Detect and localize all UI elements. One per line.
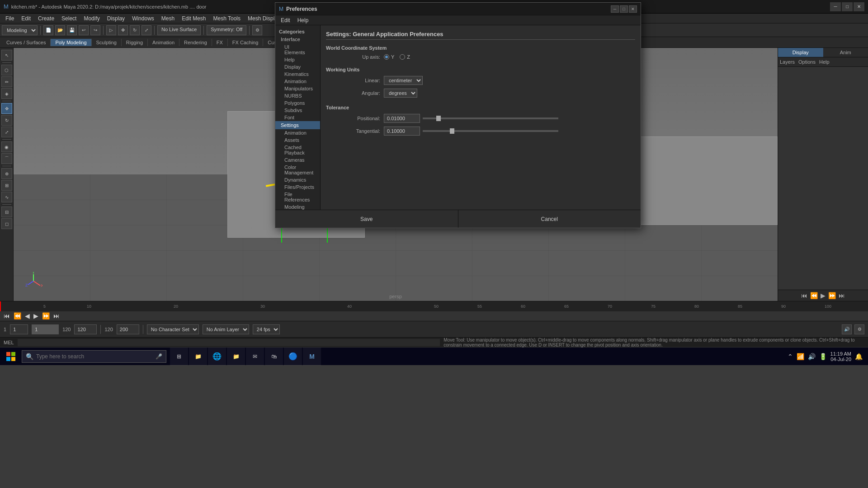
prefs-sub-files-projects[interactable]: Files/Projects: [275, 183, 320, 191]
play-end-button[interactable]: ⏭: [52, 312, 61, 319]
prefs-close[interactable]: ✕: [629, 5, 637, 13]
symmetry-off-button[interactable]: Symmetry: Off: [207, 25, 246, 35]
tray-volume[interactable]: 🔊: [808, 353, 816, 360]
render-settings-icon[interactable]: ⚙: [252, 25, 262, 35]
tab-anim[interactable]: Anim: [823, 48, 868, 57]
move-icon[interactable]: ✥: [118, 25, 128, 35]
prefs-sub-assets[interactable]: Assets: [275, 136, 320, 144]
no-anim-layer-dropdown[interactable]: No Anim Layer: [203, 324, 249, 334]
prefs-menu-edit[interactable]: Edit: [277, 16, 294, 24]
prefs-sub-ui-elements[interactable]: UI Elements: [275, 43, 320, 56]
tool-select[interactable]: ↖: [1, 50, 12, 61]
rp-btn-play[interactable]: ▶: [821, 292, 826, 299]
prefs-sub-kinematics[interactable]: Kinematics: [275, 70, 320, 78]
up-axis-z-radio[interactable]: [400, 54, 405, 60]
new-file-icon[interactable]: 📄: [43, 25, 53, 35]
settings-icon[interactable]: ⚙: [854, 324, 864, 334]
menu-edit[interactable]: Edit: [18, 14, 34, 23]
tool-curve[interactable]: ∿: [1, 192, 12, 202]
search-bar[interactable]: 🔍 🎤: [22, 350, 166, 363]
angular-dropdown[interactable]: degrees radians: [384, 89, 417, 98]
prefs-minimize[interactable]: ─: [611, 5, 619, 13]
playback-end-field[interactable]: [117, 324, 139, 334]
prefs-sub-subdivs[interactable]: Subdivs: [275, 107, 320, 114]
minimize-button[interactable]: ─: [830, 2, 841, 11]
tool-soft-mod[interactable]: ◉: [1, 141, 12, 152]
fps-dropdown[interactable]: 24 fps: [253, 324, 280, 334]
search-input[interactable]: [36, 353, 153, 360]
rp-btn-first[interactable]: ⏮: [801, 292, 807, 299]
menu-windows[interactable]: Windows: [128, 14, 158, 23]
tool-layers[interactable]: ⊟: [1, 206, 12, 217]
prefs-sub-settings-animation[interactable]: Animation: [275, 129, 320, 136]
tangential-input[interactable]: [384, 127, 420, 136]
close-button[interactable]: ✕: [854, 2, 864, 11]
prefs-maximize[interactable]: □: [620, 5, 628, 13]
rp-btn-prev[interactable]: ⏪: [810, 292, 818, 299]
prefs-cat-settings[interactable]: Settings: [275, 121, 320, 129]
prefs-sub-nurbs[interactable]: NURBS: [275, 92, 320, 99]
prefs-cat-interface[interactable]: Interface: [275, 35, 320, 43]
taskbar-mail[interactable]: ✉: [246, 347, 264, 366]
prefs-sub-cached-playback[interactable]: Cached Playback: [275, 144, 320, 156]
taskbar-chrome[interactable]: 🔵: [284, 347, 302, 366]
audio-icon[interactable]: 🔊: [842, 324, 852, 334]
play-forward-button[interactable]: ▶: [32, 312, 40, 319]
current-frame-field[interactable]: [32, 324, 59, 334]
step-forward-button[interactable]: ⏩: [40, 312, 52, 319]
tangential-slider-handle[interactable]: [450, 128, 454, 134]
taskbar-explorer[interactable]: 📁: [189, 347, 207, 366]
menu-mesh[interactable]: Mesh: [158, 14, 178, 23]
positional-slider[interactable]: [423, 117, 558, 119]
menu-select[interactable]: Select: [58, 14, 80, 23]
prefs-cancel-button[interactable]: Cancel: [458, 210, 641, 228]
prefs-sub-modeling[interactable]: Modeling: [275, 203, 320, 210]
tab-curves-surfaces[interactable]: Curves / Surfaces: [2, 39, 51, 46]
start-frame-field[interactable]: [10, 324, 28, 334]
rp-help[interactable]: Help: [819, 59, 830, 65]
prefs-sub-display[interactable]: Display: [275, 63, 320, 70]
tray-up-arrow[interactable]: ⌃: [788, 353, 793, 360]
tab-sculpting[interactable]: Sculpting: [92, 39, 122, 46]
menu-file[interactable]: File: [2, 14, 18, 23]
prefs-sub-polygons[interactable]: Polygons: [275, 99, 320, 107]
up-axis-y-option[interactable]: Y: [384, 54, 394, 60]
tab-rigging[interactable]: Rigging: [122, 39, 148, 46]
tool-rotate[interactable]: ↻: [1, 115, 12, 126]
tool-move[interactable]: ✥: [1, 103, 12, 114]
start-button[interactable]: [2, 347, 20, 366]
tool-snap[interactable]: ⊕: [1, 168, 12, 179]
prefs-sub-cameras[interactable]: Cameras: [275, 156, 320, 164]
tab-fx-caching[interactable]: FX Caching: [228, 39, 263, 46]
menu-modify[interactable]: Modify: [80, 14, 103, 23]
maximize-button[interactable]: □: [842, 2, 853, 11]
rotate-icon[interactable]: ↻: [130, 25, 140, 35]
open-file-icon[interactable]: 📂: [55, 25, 65, 35]
mel-input[interactable]: [18, 339, 440, 346]
prefs-sub-font[interactable]: Font: [275, 114, 320, 121]
tab-animation[interactable]: Animation: [148, 39, 179, 46]
no-live-surface-button[interactable]: No Live Surface: [157, 25, 201, 35]
up-axis-z-option[interactable]: Z: [400, 54, 410, 60]
tool-display[interactable]: ◻: [1, 218, 12, 229]
notifications-icon[interactable]: 🔔: [855, 353, 863, 360]
tab-display[interactable]: Display: [778, 48, 823, 57]
range-end-field[interactable]: [74, 324, 97, 334]
play-back-button[interactable]: ◀: [23, 312, 32, 319]
prefs-sub-dynamics[interactable]: Dynamics: [275, 176, 320, 183]
menu-display[interactable]: Display: [104, 14, 128, 23]
tool-lasso[interactable]: ⬡: [1, 65, 12, 75]
mic-icon[interactable]: 🎤: [156, 353, 162, 360]
prefs-sub-animation[interactable]: Animation: [275, 78, 320, 85]
rp-layers[interactable]: Layers: [780, 59, 795, 65]
rp-btn-next[interactable]: ⏩: [828, 292, 836, 299]
taskbar-task-view[interactable]: ⊞: [170, 347, 188, 366]
taskbar-store[interactable]: 🛍: [265, 347, 283, 366]
rp-options[interactable]: Options: [798, 59, 816, 65]
positional-slider-handle[interactable]: [436, 116, 441, 121]
play-beginning-button[interactable]: ⏮: [2, 312, 12, 319]
taskbar-edge[interactable]: 🌐: [208, 347, 226, 366]
tray-battery[interactable]: 🔋: [819, 353, 827, 360]
tab-fx[interactable]: FX: [212, 39, 228, 46]
prefs-sub-file-references[interactable]: File References: [275, 191, 320, 203]
